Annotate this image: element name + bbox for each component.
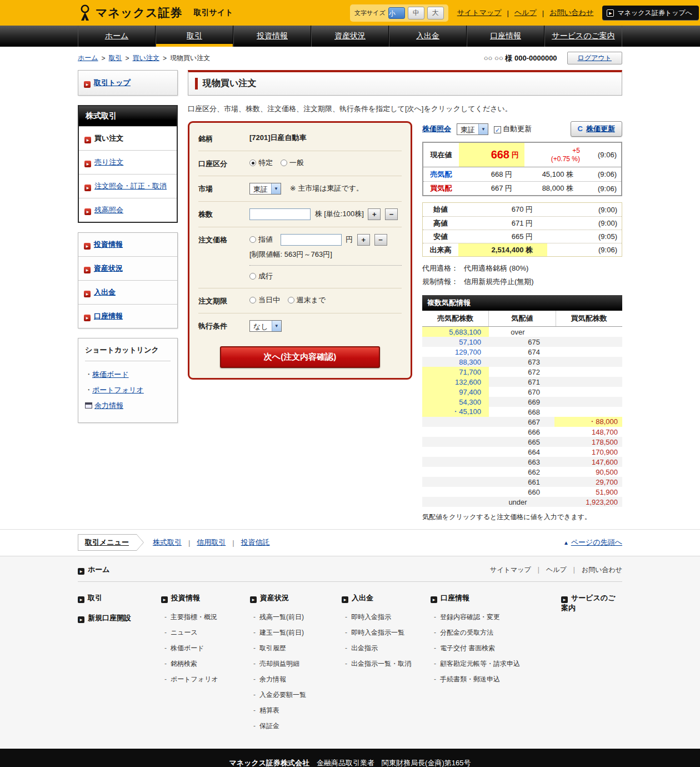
market-select[interactable]: 東証▼ (249, 183, 281, 195)
sidebar-item-assets[interactable]: ▶資産状況 (78, 256, 177, 280)
breadcrumb-buy-order[interactable]: 買い注文 (133, 53, 159, 63)
quote-price-cell[interactable]: 673 (489, 357, 554, 367)
sidebar-trade-top[interactable]: ▶取引トップ (78, 70, 178, 96)
shortcut-portfolio[interactable]: ・ポートフォリオ (85, 382, 171, 398)
contact-link[interactable]: お問い合わせ (549, 8, 593, 18)
limit-price-radio[interactable] (249, 236, 256, 243)
quote-price-cell[interactable]: 661 (489, 477, 554, 487)
footer-link[interactable]: -銘柄検索 (161, 656, 250, 672)
quote-price-cell[interactable]: 671 (489, 377, 554, 387)
price-minus-button[interactable]: − (374, 234, 387, 246)
quote-price-cell[interactable]: under (489, 497, 554, 507)
quote-inquiry-link[interactable]: 株価照会 (422, 124, 451, 134)
quote-market-select[interactable]: 東証▼ (457, 123, 488, 135)
footer-group-trade[interactable]: ▶取引 (78, 593, 161, 603)
footer-stock-trade-link[interactable]: 株式取引 (153, 537, 182, 547)
footer-link[interactable]: -登録内容確認・変更 (431, 610, 561, 625)
footer-link[interactable]: -建玉一覧(前日) (250, 625, 342, 641)
footer-link[interactable]: -取引履歴 (250, 641, 342, 656)
footer-group-account-info[interactable]: ▶口座情報 (431, 593, 561, 603)
page-top-link[interactable]: ▲ページの先頭へ (563, 537, 622, 547)
quote-price-cell[interactable]: 674 (489, 347, 554, 357)
footer-link[interactable]: -手続書類・郵送申込 (431, 672, 561, 688)
trade-top-link[interactable]: 取引トップ (94, 78, 131, 87)
footer-link[interactable]: -ニュース (161, 625, 250, 641)
footer-link[interactable]: -主要指標・概況 (161, 610, 250, 625)
footer-link[interactable]: -精算表 (250, 703, 342, 719)
nav-account-info[interactable]: 口座情報 (467, 26, 544, 47)
auto-update-toggle[interactable]: ✓自動更新 (494, 124, 532, 134)
font-size-large-button[interactable]: 大 (427, 7, 444, 19)
footer-group-assets[interactable]: ▶資産状況 (250, 593, 342, 603)
quote-price-cell[interactable]: 664 (489, 447, 554, 457)
nav-trade[interactable]: 取引 (156, 26, 233, 47)
quote-price-cell[interactable]: 668 (489, 407, 554, 417)
footer-group-deposit[interactable]: ▶入出金 (342, 593, 431, 603)
account-general-radio[interactable] (281, 160, 287, 166)
footer-link[interactable]: -分配金の受取方法 (431, 625, 561, 641)
trade-menu-tab[interactable]: 取引メニュー (78, 534, 144, 551)
quote-refresh-button[interactable]: C株価更新 (571, 121, 622, 137)
quantity-input[interactable] (249, 208, 311, 220)
quote-price-cell[interactable]: 669 (489, 397, 554, 407)
nav-assets[interactable]: 資産状況 (311, 26, 389, 47)
help-link[interactable]: ヘルプ (514, 8, 537, 18)
footer-group-invest-info[interactable]: ▶投資情報 (161, 593, 250, 603)
footer-link[interactable]: -保証金 (250, 719, 342, 734)
nav-services[interactable]: サービスのご案内 (544, 26, 622, 47)
footer-link[interactable]: -出金指示一覧・取消 (342, 656, 431, 672)
account-specific-radio[interactable] (249, 160, 256, 166)
footer-link[interactable]: -残高一覧(前日) (250, 610, 342, 625)
footer-link[interactable]: -電子交付 書面検索 (431, 641, 561, 656)
nav-home[interactable]: ホーム (78, 26, 156, 47)
footer-sitemap-link[interactable]: サイトマップ (490, 565, 531, 575)
breadcrumb-home[interactable]: ホーム (78, 53, 98, 63)
nav-deposit[interactable]: 入出金 (389, 26, 467, 47)
footer-link[interactable]: -余力情報 (250, 672, 342, 688)
quote-price-cell[interactable]: over (489, 327, 554, 337)
period-week-radio[interactable] (288, 297, 294, 303)
footer-group-services[interactable]: ▶サービスのご案内 (561, 593, 622, 613)
condition-select[interactable]: なし▼ (249, 320, 282, 332)
breadcrumb-trade[interactable]: 取引 (109, 53, 122, 63)
quote-price-cell[interactable]: 660 (489, 487, 554, 497)
font-size-small-button[interactable]: 小 (388, 7, 405, 19)
quote-price-cell[interactable]: 675 (489, 337, 554, 347)
price-plus-button[interactable]: + (357, 234, 370, 246)
shortcut-buying-power[interactable]: 余力情報 (85, 398, 171, 414)
quote-price-cell[interactable]: 663 (489, 457, 554, 467)
next-confirm-button[interactable]: 次へ(注文内容確認) (220, 346, 380, 368)
monex-logo[interactable]: マネックス証券 取引サイト (78, 4, 233, 21)
footer-margin-trade-link[interactable]: 信用取引 (197, 537, 226, 547)
quote-price-cell[interactable]: 667 (489, 417, 554, 427)
footer-link[interactable]: -顧客勘定元帳等・請求申込 (431, 656, 561, 672)
footer-link[interactable]: -即時入金指示 (342, 610, 431, 625)
shortcut-price-board[interactable]: ・株価ボード (85, 367, 171, 382)
quantity-minus-button[interactable]: − (385, 208, 398, 220)
sidebar-item-sell-order[interactable]: ▶売り注文 (79, 150, 177, 174)
footer-home-link[interactable]: ▶ホーム (78, 565, 110, 575)
footer-link[interactable]: -株価ボード (161, 641, 250, 656)
limit-price-input[interactable] (281, 234, 342, 246)
font-size-medium-button[interactable]: 中 (408, 7, 424, 19)
sitemap-link[interactable]: サイトマップ (457, 8, 502, 18)
footer-link[interactable]: -ポートフォリオ (161, 672, 250, 688)
logout-button[interactable]: ログアウト (567, 52, 622, 64)
sidebar-item-buy-order[interactable]: ▶買い注文 (79, 126, 177, 150)
footer-fund-link[interactable]: 投資信託 (241, 537, 270, 547)
quote-price-cell[interactable]: 666 (489, 427, 554, 437)
quote-price-cell[interactable]: 670 (489, 387, 554, 397)
sidebar-item-order-status[interactable]: ▶注文照会・訂正・取消 (79, 174, 177, 198)
footer-link[interactable]: -売却損益明細 (250, 656, 342, 672)
footer-link[interactable]: -即時入金指示一覧 (342, 625, 431, 641)
quote-price-cell[interactable]: 665 (489, 437, 554, 447)
footer-group-new-account[interactable]: ▶新規口座開設 (78, 613, 161, 623)
footer-link[interactable]: -入金必要額一覧 (250, 688, 342, 703)
footer-link[interactable]: -出金指示 (342, 641, 431, 656)
market-order-radio[interactable] (249, 273, 256, 280)
footer-contact-link[interactable]: お問い合わせ (582, 565, 622, 575)
sidebar-item-balance[interactable]: ▶残高照会 (79, 198, 177, 222)
quote-price-cell[interactable]: 662 (489, 467, 554, 477)
sidebar-item-invest-info[interactable]: ▶投資情報 (78, 233, 177, 256)
sidebar-item-account-info[interactable]: ▶口座情報 (78, 304, 177, 328)
